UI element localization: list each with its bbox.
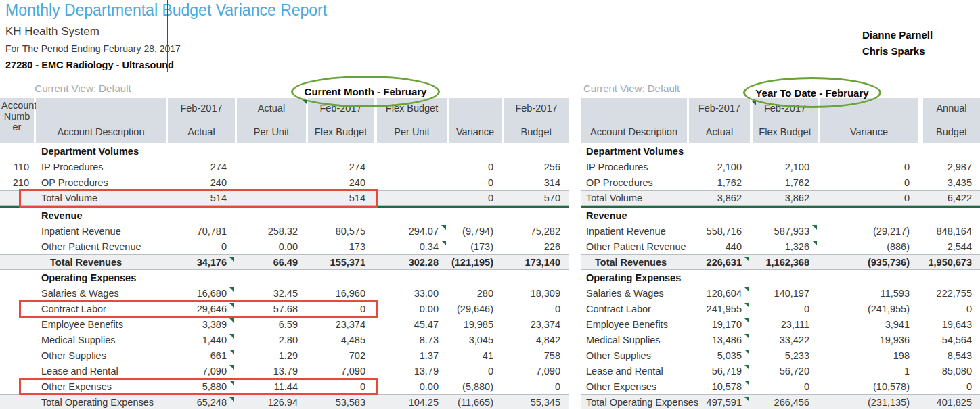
cell-account-description[interactable]: Inpatient Revenue <box>36 223 166 239</box>
cell-value[interactable]: 19,643 <box>923 316 980 332</box>
cell-value[interactable]: 0 <box>449 191 502 205</box>
cell-value[interactable]: 0.00 <box>377 301 447 316</box>
cell-account-number[interactable]: 110 <box>0 159 34 174</box>
cell-value[interactable]: (231,135) <box>820 395 918 409</box>
cell-value[interactable]: 240 <box>308 174 374 190</box>
column-header[interactable]: Account Description <box>581 98 687 143</box>
cell-value[interactable]: 0 <box>753 301 818 316</box>
cell-value[interactable]: 0 <box>449 174 502 190</box>
cell-value[interactable]: 7,090 <box>168 363 235 379</box>
cell-value[interactable]: 2,100 <box>753 159 818 174</box>
cell-value[interactable]: 11,593 <box>820 285 918 301</box>
cell-value[interactable]: 241,955 <box>689 301 750 316</box>
cell-account-number[interactable] <box>0 270 34 285</box>
cell-value[interactable]: 0 <box>449 159 502 174</box>
cell-value[interactable]: 33,422 <box>753 332 818 347</box>
cell-value[interactable]: 6.59 <box>237 316 306 332</box>
cell-value[interactable]: 85,080 <box>923 363 980 379</box>
cell-value[interactable]: 75,282 <box>504 223 569 239</box>
cell-value[interactable]: 0.00 <box>237 239 306 254</box>
cell-value[interactable]: 1.37 <box>377 347 447 363</box>
cell-value[interactable]: 0 <box>820 159 918 174</box>
cell-account-description[interactable]: Salaries & Wages <box>581 285 687 301</box>
cell-value[interactable]: 45.47 <box>377 316 447 332</box>
cell-account-number[interactable] <box>0 143 34 159</box>
cell-value[interactable] <box>377 191 447 205</box>
cell-value[interactable]: 0 <box>753 379 818 394</box>
cell-value[interactable]: 274 <box>168 159 235 174</box>
column-header[interactable]: ActualPer Unit <box>237 98 306 143</box>
cell-value[interactable]: 126.94 <box>237 395 306 409</box>
cell-value[interactable]: (935,736) <box>820 255 918 269</box>
cell-value[interactable]: 280 <box>449 285 502 301</box>
cell-value[interactable]: 4,485 <box>308 332 374 347</box>
cell-value[interactable]: 3,045 <box>449 332 502 347</box>
cell-value[interactable]: 13,486 <box>689 332 750 347</box>
cell-value[interactable]: 23,374 <box>308 316 374 332</box>
cell-value[interactable]: 32.45 <box>237 285 306 301</box>
cell-value[interactable]: (5,880) <box>449 379 502 394</box>
cell-value[interactable]: 0 <box>504 301 569 316</box>
cell-value[interactable]: (10,578) <box>820 379 918 394</box>
cell-value[interactable]: 198 <box>820 347 918 363</box>
cell-value[interactable]: 23,374 <box>504 316 569 332</box>
cell-value[interactable]: 173,140 <box>504 255 569 269</box>
cell-value[interactable]: 56,720 <box>753 363 818 379</box>
cell-value[interactable]: (11,665) <box>449 395 502 409</box>
cell-value[interactable]: 23,111 <box>753 316 818 332</box>
cell-value[interactable]: 19,170 <box>689 316 750 332</box>
column-header[interactable]: Feb-2017Actual <box>168 98 235 143</box>
cell-account-number[interactable] <box>0 395 34 409</box>
cell-value[interactable] <box>377 174 447 190</box>
cell-account-description[interactable]: Revenue <box>36 208 166 223</box>
cell-value[interactable]: 155,371 <box>308 255 374 269</box>
cell-value[interactable]: 0.00 <box>377 379 447 394</box>
cell-value[interactable]: 222,755 <box>923 285 980 301</box>
cell-value[interactable]: 19,985 <box>449 316 502 332</box>
cell-value[interactable]: 0 <box>923 301 980 316</box>
cell-account-number[interactable]: 210 <box>0 174 34 190</box>
cell-value[interactable]: 226,631 <box>689 255 750 269</box>
cell-value[interactable]: 558,716 <box>689 223 750 239</box>
cell-account-description[interactable]: Lease and Rental <box>581 363 687 379</box>
cell-value[interactable]: 258.32 <box>237 223 306 239</box>
cell-account-number[interactable] <box>0 347 34 363</box>
cell-value[interactable]: 226 <box>504 239 569 254</box>
cell-value[interactable]: 16,960 <box>308 285 374 301</box>
cell-value[interactable]: (29,217) <box>820 223 918 239</box>
cell-account-description[interactable]: Total Operating Expenses <box>581 395 687 409</box>
cell-account-description[interactable]: Employee Benefits <box>581 316 687 332</box>
cell-account-description[interactable]: Contract Labor <box>581 301 687 316</box>
cell-value[interactable]: 10,578 <box>689 379 750 394</box>
cell-account-description[interactable]: Total Operating Expenses <box>36 395 166 409</box>
cell-account-description[interactable]: Medical Supplies <box>581 332 687 347</box>
cell-value[interactable]: 570 <box>504 191 569 205</box>
cell-value[interactable]: 2.80 <box>237 332 306 347</box>
cell-value[interactable]: 7,090 <box>308 363 374 379</box>
cell-value[interactable]: 54,564 <box>923 332 980 347</box>
cell-value[interactable]: 256 <box>504 159 569 174</box>
cell-account-description[interactable]: Other Supplies <box>36 347 166 363</box>
cell-account-description[interactable]: IP Procedures <box>581 159 687 174</box>
cell-account-description[interactable]: Total Volume <box>581 191 687 205</box>
cell-value[interactable]: 1,162,368 <box>753 255 818 269</box>
column-header[interactable]: Account Description <box>36 98 166 143</box>
cell-value[interactable]: 302.28 <box>377 255 447 269</box>
cell-value[interactable]: 19,936 <box>820 332 918 347</box>
cell-value[interactable]: 65,248 <box>168 395 235 409</box>
cell-value[interactable]: 16,680 <box>168 285 235 301</box>
cell-value[interactable]: 1.29 <box>237 347 306 363</box>
cell-account-description[interactable]: Department Volumes <box>581 143 687 159</box>
cell-value[interactable]: 266,456 <box>753 395 818 409</box>
cell-account-description[interactable]: Operating Expenses <box>581 270 687 285</box>
cell-value[interactable]: 702 <box>308 347 374 363</box>
cell-account-description[interactable]: Revenue <box>581 208 687 223</box>
cell-value[interactable]: 66.49 <box>237 255 306 269</box>
cell-value[interactable]: 3,862 <box>689 191 750 205</box>
cell-account-description[interactable]: Inpatient Revenue <box>581 223 687 239</box>
cell-value[interactable]: 1,762 <box>753 174 818 190</box>
cell-value[interactable]: 8.73 <box>377 332 447 347</box>
cell-account-description[interactable]: Operating Expenses <box>36 270 166 285</box>
cell-value[interactable]: 70,781 <box>168 223 235 239</box>
cell-value[interactable]: 440 <box>689 239 750 254</box>
